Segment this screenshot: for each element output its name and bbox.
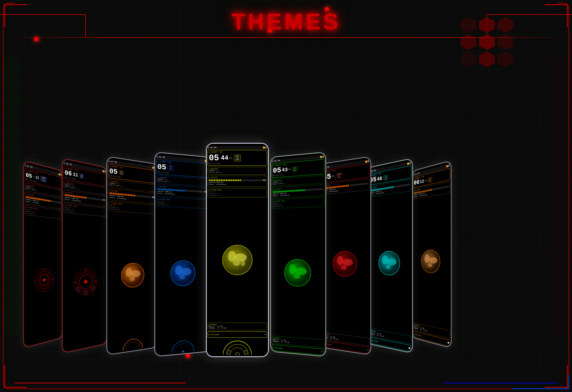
svg-point-18 <box>91 286 95 291</box>
phone-5-location: New York Clear <box>209 163 266 165</box>
phone-4-globe-area <box>155 207 210 341</box>
svg-point-24 <box>126 341 140 351</box>
phone-5-storage: STORAGE : 44 / 50 GB <box>209 327 266 329</box>
phone-6-min: 43 <box>282 167 288 173</box>
phone-5-min: 44 <box>221 155 228 162</box>
phone-5-globe-area <box>207 198 268 322</box>
phone-1-screen: 5:51 PM 📶🔋 ◆ CURRENT TIME 05 : 11 CALEND… <box>24 161 63 347</box>
phone-5-sysinfo-val: WIFI: OFFBLUETOOTH: ONFLIGHT MODE: OFF <box>209 191 266 196</box>
hex-3 <box>498 17 513 33</box>
svg-line-14 <box>74 282 76 282</box>
phone-5-hour: 05 <box>209 153 219 163</box>
phone-5-time-label: ◆ CURRENT TIME <box>209 151 266 153</box>
phone-5-settings-label: ◆ SETTINGS <box>209 333 219 336</box>
phone-9-globe <box>421 249 441 274</box>
phone-5-dial <box>223 339 252 355</box>
phone-6-cal: Wed282020 <box>292 166 297 172</box>
phone-2-cal: Wed282020 <box>79 173 84 179</box>
phone-6-globe-area <box>271 207 325 339</box>
phone-2-screen: 5:49 PM 📶🔋 ◆ CURRENT TIME 06 11 Wed28202… <box>63 159 107 353</box>
phone-5[interactable]: 5:49 PM 📶🔋 ◆ CURRENT TIME 05 44 PM Wed 2… <box>206 143 269 357</box>
phone-7-settings-arrow: → <box>366 348 368 353</box>
svg-rect-11 <box>84 279 88 284</box>
svg-point-16 <box>76 287 80 292</box>
phone-5-time-widget: ◆ CURRENT TIME 05 44 PM Wed 28 2020 New … <box>208 150 267 166</box>
phone-5-globe <box>222 244 253 276</box>
phone-9-cal: Wed282020 <box>428 177 432 183</box>
phone-9-hour: 06 <box>414 179 420 187</box>
phone-7-globe <box>332 250 357 278</box>
phone-2[interactable]: 5:49 PM 📶🔋 ◆ CURRENT TIME 06 11 Wed28202… <box>62 158 107 354</box>
phone-6-hour: 05 <box>273 166 281 175</box>
phone-5-ampm: PM <box>229 157 232 159</box>
phone-5-memory-label: ◆ MEMORY <box>209 324 266 326</box>
phone-2-dial <box>73 267 98 297</box>
phone-1-dial-area <box>24 215 63 347</box>
phone-1-sep: : <box>33 174 35 179</box>
phone-2-min: 11 <box>73 172 78 178</box>
phone-1-icons: 📶🔋 <box>59 173 61 176</box>
svg-point-57 <box>337 256 343 265</box>
phone-1[interactable]: 5:51 PM 📶🔋 ◆ CURRENT TIME 05 : 11 CALEND… <box>23 160 63 349</box>
phone-9-min: 11 <box>420 179 424 185</box>
phone-9-icons: 📶🔋 <box>446 164 450 168</box>
phone-6-globe <box>284 258 312 287</box>
svg-point-37 <box>234 253 247 261</box>
phone-7-icons: 📶🔋 <box>365 160 369 163</box>
phone-6-screen: 5:43 PM 📶🔋 ◆ CURRENT TIME 05 43 PM Wed28… <box>271 153 325 356</box>
phone-8-screen: 5:48 PM 📶🔋 ◆ CURRENT TIME 05 48 Wed28202… <box>368 159 412 353</box>
svg-point-44 <box>227 350 231 354</box>
top-line <box>0 37 572 38</box>
phone-9-ampm: PM <box>425 179 427 182</box>
phone-4-globe <box>170 260 196 287</box>
phone-5-cal: Wed 28 2020 <box>234 155 241 161</box>
phone-9[interactable]: 6:11 PM 📶🔋 ◆ CURRENT TIME 06 11 PM Wed28… <box>412 160 452 349</box>
red-dot-1 <box>34 37 38 41</box>
phone-4[interactable]: 5:48 PM 📶🔋 ◆ CURRENT TIME 05 Wed282020 N… <box>154 152 210 357</box>
phone-3-cal: Wed282020 <box>119 170 124 175</box>
phone-9-screen: 6:11 PM 📶🔋 ◆ CURRENT TIME 06 11 PM Wed28… <box>412 161 451 347</box>
phone-5-memory: ◆ MEMORY RAM 1.4 / 3.8 MB STORAGE : 44 /… <box>208 323 267 330</box>
phone-8-icons: 📶🔋 <box>407 162 411 165</box>
corner-bl <box>4 365 27 388</box>
phone-6-icons: 📶🔋 <box>320 156 324 158</box>
page-title: THEMES <box>231 9 340 35</box>
phone-5-battery-fill <box>209 179 241 181</box>
phone-6[interactable]: 5:43 PM 📶🔋 ◆ CURRENT TIME 05 43 PM Wed28… <box>270 152 326 357</box>
phone-3-time: 5:47 PM <box>108 160 117 164</box>
phone-3-hour: 05 <box>109 167 118 176</box>
phone-5-screen: 5:49 PM 📶🔋 ◆ CURRENT TIME 05 44 PM Wed 2… <box>207 144 268 356</box>
phone-8-min: 48 <box>377 175 382 182</box>
phone-5-icons: 📶🔋 <box>263 147 267 149</box>
hex-2 <box>479 17 495 33</box>
phone-2-pct: 57% <box>102 199 105 201</box>
svg-rect-31 <box>181 350 184 353</box>
bottom-line-left <box>14 383 186 383</box>
phone-4-screen: 5:48 PM 📶🔋 ◆ CURRENT TIME 05 Wed282020 N… <box>155 153 210 356</box>
phone-4-sysinfo: ◆ SYSTEM INFO WIFI: OFFBLUETOOTH: ONFLIG… <box>156 197 209 209</box>
phone-1-dial <box>33 267 55 294</box>
phone-7[interactable]: 5:44 PM 📶🔋 ◆ CURRENT TIME 45 PM CALENDER… <box>320 156 371 355</box>
phone-5-settings-arrow: → <box>264 333 266 337</box>
phone-5-battery-bar <box>209 179 261 181</box>
svg-point-46 <box>244 350 248 354</box>
svg-point-38 <box>233 260 240 266</box>
phone-9-globe-area <box>412 194 451 330</box>
phone-3[interactable]: 5:47 PM 📶🔋 ◆ CURRENT TIME 05 Wed282020 N… <box>106 156 158 355</box>
phone-5-notch <box>232 144 243 146</box>
phone-1-cal: CALENDERWed282020 <box>40 175 47 183</box>
phone-8-settings-arrow: ◄ <box>408 346 410 350</box>
phone-2-dial-area <box>63 213 107 353</box>
phone-4-hour: 05 <box>157 162 166 172</box>
phone-4-cal: Wed282020 <box>168 165 174 171</box>
phone-7-screen: 5:44 PM 📶🔋 ◆ CURRENT TIME 45 PM CALENDER… <box>321 157 370 354</box>
phone-5-battery-text: Capacity 4000 mahStatus : DisCharging <box>209 182 266 186</box>
phone-8[interactable]: 5:48 PM 📶🔋 ◆ CURRENT TIME 05 48 Wed28202… <box>368 158 413 354</box>
phone-7-globe-area <box>321 191 370 337</box>
phone-2-icons: 📶🔋 <box>103 170 106 173</box>
phone-5-weather-label: ◆ WEATHER <box>209 168 266 170</box>
phone-5-settings[interactable]: ◆ SETTINGS → <box>208 331 267 338</box>
phone-7-cal: CALENDERWed282020 <box>335 172 343 179</box>
svg-rect-3 <box>43 278 46 282</box>
phone-6-battery: ◆ BATTERY Capacity 4000 mahStatus : DisC… <box>272 184 324 199</box>
